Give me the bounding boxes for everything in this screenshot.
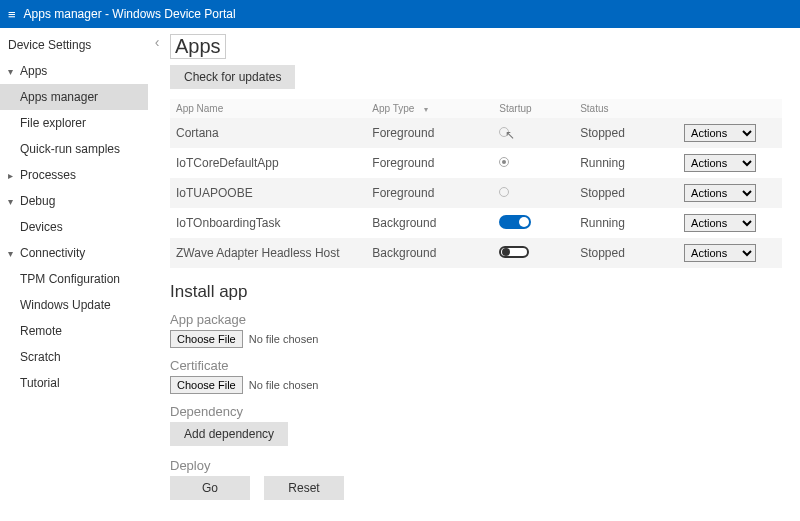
sidebar-item-label: Windows Update	[20, 298, 111, 312]
cell-apptype: Foreground	[366, 118, 493, 148]
main-content: Apps Check for updates App Name App Type…	[166, 28, 800, 521]
sidebar-item-connectivity[interactable]: ▾Connectivity	[0, 240, 148, 266]
sidebar-item-label: Remote	[20, 324, 62, 338]
sidebar-item-label: Devices	[20, 220, 63, 234]
cell-status: Stopped	[574, 178, 678, 208]
sidebar-item-label: Tutorial	[20, 376, 60, 390]
sidebar-item-label: Apps	[20, 64, 47, 78]
col-header-status[interactable]: Status	[574, 99, 678, 118]
table-row: IoTCoreDefaultAppForegroundRunningAction…	[170, 148, 782, 178]
deploy-label: Deploy	[170, 458, 782, 473]
cell-status: Running	[574, 148, 678, 178]
table-row: IoTUAPOOBEForegroundStoppedActions	[170, 178, 782, 208]
app-package-label: App package	[170, 312, 782, 327]
install-app-heading: Install app	[170, 282, 782, 302]
sidebar-item-quick-run-samples[interactable]: Quick-run samples	[0, 136, 148, 162]
apps-table: App Name App Type▾ Startup Status Cortan…	[170, 99, 782, 268]
certificate-label: Certificate	[170, 358, 782, 373]
cell-appname: Cortana	[170, 118, 366, 148]
cell-startup[interactable]	[493, 178, 574, 208]
cell-appname: IoTCoreDefaultApp	[170, 148, 366, 178]
sidebar-item-processes[interactable]: ▸Processes	[0, 162, 148, 188]
cell-status: Stopped	[574, 118, 678, 148]
back-icon[interactable]: ‹	[155, 34, 160, 50]
col-header-apptype[interactable]: App Type▾	[366, 99, 493, 118]
certificate-file-status: No file chosen	[249, 379, 319, 391]
sidebar-item-device-settings[interactable]: Device Settings	[0, 32, 148, 58]
cell-apptype: Background	[366, 208, 493, 238]
cursor-icon: ↖	[505, 128, 515, 142]
toggle-off-icon[interactable]	[499, 246, 529, 258]
sidebar-item-label: File explorer	[20, 116, 86, 130]
cell-status: Stopped	[574, 238, 678, 268]
window-title: Apps manager - Windows Device Portal	[24, 7, 236, 21]
cell-appname: IoTOnboardingTask	[170, 208, 366, 238]
toggle-on-icon[interactable]	[499, 215, 531, 229]
cell-apptype: Background	[366, 238, 493, 268]
sidebar-item-debug[interactable]: ▾Debug	[0, 188, 148, 214]
cell-startup[interactable]	[493, 238, 574, 268]
cell-apptype: Foreground	[366, 148, 493, 178]
sidebar-item-tutorial[interactable]: Tutorial	[0, 370, 148, 396]
sidebar-item-label: Device Settings	[8, 38, 91, 52]
add-dependency-button[interactable]: Add dependency	[170, 422, 288, 446]
radio-unselected-icon[interactable]	[499, 187, 509, 197]
cell-apptype: Foreground	[366, 178, 493, 208]
sidebar-item-scratch[interactable]: Scratch	[0, 344, 148, 370]
radio-selected-icon[interactable]	[499, 157, 509, 167]
cell-status: Running	[574, 208, 678, 238]
package-file-status: No file chosen	[249, 333, 319, 345]
hamburger-icon[interactable]: ≡	[8, 7, 16, 22]
titlebar: ≡ Apps manager - Windows Device Portal	[0, 0, 800, 28]
actions-dropdown[interactable]: Actions	[684, 154, 756, 172]
cell-appname: IoTUAPOOBE	[170, 178, 366, 208]
cell-startup[interactable]: ↖	[493, 118, 574, 148]
caret-right-icon: ▸	[8, 170, 18, 181]
sidebar-item-label: Scratch	[20, 350, 61, 364]
sidebar-item-label: Apps manager	[20, 90, 98, 104]
choose-file-certificate-button[interactable]: Choose File	[170, 376, 243, 394]
sidebar-item-apps-manager[interactable]: Apps manager	[0, 84, 148, 110]
sort-caret-icon: ▾	[424, 105, 428, 114]
sidebar-item-remote[interactable]: Remote	[0, 318, 148, 344]
sidebar-item-apps[interactable]: ▾Apps	[0, 58, 148, 84]
sidebar-item-label: TPM Configuration	[20, 272, 120, 286]
col-header-startup[interactable]: Startup	[493, 99, 574, 118]
cell-startup[interactable]	[493, 148, 574, 178]
sidebar-item-devices[interactable]: Devices	[0, 214, 148, 240]
actions-dropdown[interactable]: Actions	[684, 184, 756, 202]
sidebar-item-label: Debug	[20, 194, 55, 208]
check-updates-button[interactable]: Check for updates	[170, 65, 295, 89]
caret-down-icon: ▾	[8, 66, 18, 77]
actions-dropdown[interactable]: Actions	[684, 214, 756, 232]
table-row: ZWave Adapter Headless HostBackgroundSto…	[170, 238, 782, 268]
sidebar-item-tpm-configuration[interactable]: TPM Configuration	[0, 266, 148, 292]
sidebar-item-label: Processes	[20, 168, 76, 182]
dependency-label: Dependency	[170, 404, 782, 419]
choose-file-package-button[interactable]: Choose File	[170, 330, 243, 348]
go-button[interactable]: Go	[170, 476, 250, 500]
actions-dropdown[interactable]: Actions	[684, 244, 756, 262]
col-header-appname[interactable]: App Name	[170, 99, 366, 118]
cell-appname: ZWave Adapter Headless Host	[170, 238, 366, 268]
sidebar-item-label: Connectivity	[20, 246, 85, 260]
sidebar-item-file-explorer[interactable]: File explorer	[0, 110, 148, 136]
table-row: IoTOnboardingTaskBackgroundRunningAction…	[170, 208, 782, 238]
cell-startup[interactable]	[493, 208, 574, 238]
sidebar-item-windows-update[interactable]: Windows Update	[0, 292, 148, 318]
page-title: Apps	[170, 34, 226, 59]
actions-dropdown[interactable]: Actions	[684, 124, 756, 142]
sidebar-item-label: Quick-run samples	[20, 142, 120, 156]
caret-down-icon: ▾	[8, 248, 18, 259]
reset-button[interactable]: Reset	[264, 476, 344, 500]
table-row: CortanaForeground↖StoppedActions	[170, 118, 782, 148]
sidebar: Device Settings▾AppsApps managerFile exp…	[0, 28, 148, 521]
caret-down-icon: ▾	[8, 196, 18, 207]
